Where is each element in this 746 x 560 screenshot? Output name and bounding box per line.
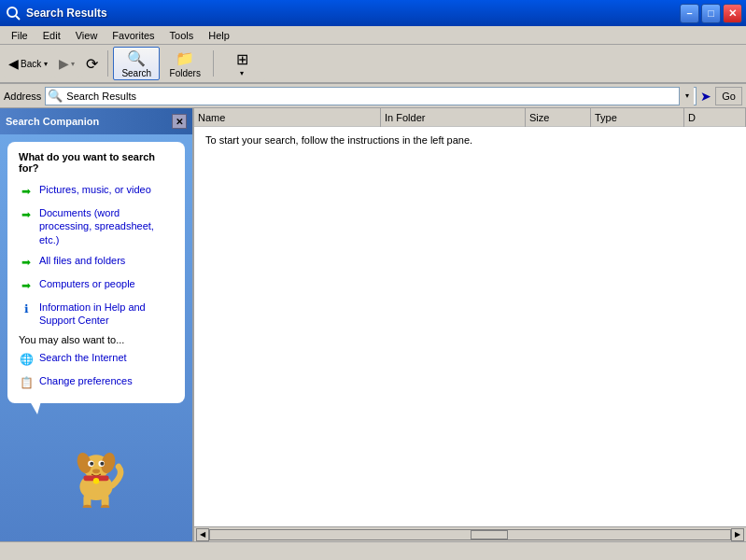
address-input[interactable] xyxy=(66,91,675,102)
search-allfiles-item[interactable]: ➡ All files and folders xyxy=(19,254,174,270)
also-section: You may also want to... 🌐 Search the Int… xyxy=(19,334,174,390)
scrollbar-left-arrow[interactable]: ◀ xyxy=(196,528,209,541)
search-button[interactable]: 🔍 Search xyxy=(113,47,160,80)
svg-line-1 xyxy=(16,16,20,20)
right-pane: Name In Folder Size Type D To start your… xyxy=(194,108,746,541)
back-button[interactable]: ◀ Back ▾ xyxy=(4,49,52,78)
back-dropdown-icon: ▾ xyxy=(44,60,48,68)
title-icon xyxy=(6,6,21,21)
search-help-item[interactable]: ℹ Information in Help and Support Center xyxy=(19,301,174,328)
search-pictures-item[interactable]: ➡ Pictures, music, or video xyxy=(19,183,174,199)
left-pane: Search Companion ✕ What do you want to s… xyxy=(0,108,194,541)
pictures-arrow-icon: ➡ xyxy=(19,184,34,199)
search-companion-header: Search Companion ✕ xyxy=(0,108,192,134)
minimize-button[interactable]: – xyxy=(680,4,699,23)
column-name[interactable]: Name xyxy=(194,108,381,127)
address-folder-icon: 🔍 xyxy=(48,89,63,103)
scrollbar-track[interactable] xyxy=(209,529,731,540)
documents-arrow-icon: ➡ xyxy=(19,207,34,222)
help-icon: ℹ xyxy=(19,301,34,316)
folders-icon: 📁 xyxy=(176,49,194,67)
address-go-arrow[interactable]: ➤ xyxy=(700,89,711,104)
help-item-text: Information in Help and Support Center xyxy=(39,301,174,328)
toolbar: ◀ Back ▾ ▶ ▾ ⟳ 🔍 Search 📁 Folders ⊞ ▾ xyxy=(0,45,746,84)
go-button[interactable]: Go xyxy=(715,87,742,105)
column-type[interactable]: Type xyxy=(591,108,684,127)
also-label: You may also want to... xyxy=(19,334,174,345)
column-in-folder[interactable]: In Folder xyxy=(381,108,526,127)
preferences-icon: 📋 xyxy=(19,375,34,390)
main-area: Search Companion ✕ What do you want to s… xyxy=(0,108,746,541)
allfiles-item-text: All files and folders xyxy=(39,254,125,267)
column-date[interactable]: D xyxy=(684,108,746,127)
search-companion-close[interactable]: ✕ xyxy=(172,114,187,129)
search-companion-title: Search Companion xyxy=(6,116,99,127)
close-button[interactable]: ✕ xyxy=(723,4,742,23)
svg-point-10 xyxy=(92,469,100,473)
menu-edit[interactable]: Edit xyxy=(35,29,68,42)
menu-favorites[interactable]: Favorites xyxy=(105,29,162,42)
bubble-title: What do you want to search for? xyxy=(19,151,174,174)
window-controls: – □ ✕ xyxy=(680,4,742,23)
change-preferences-item[interactable]: 📋 Change preferences xyxy=(19,374,174,390)
views-button[interactable]: ⊞ ▾ xyxy=(218,47,265,80)
documents-item-text: Documents (word processing, spreadsheet,… xyxy=(39,206,174,246)
search-computers-item[interactable]: ➡ Computers or people xyxy=(19,277,174,293)
maximize-button[interactable]: □ xyxy=(701,4,721,23)
pictures-item-text: Pictures, music, or video xyxy=(39,183,151,196)
dog-area xyxy=(0,426,192,515)
results-hint: To start your search, follow the instruc… xyxy=(205,134,472,146)
allfiles-arrow-icon: ➡ xyxy=(19,255,34,270)
toolbar-separator-2 xyxy=(213,50,214,77)
svg-point-9 xyxy=(100,462,104,466)
search-documents-item[interactable]: ➡ Documents (word processing, spreadshee… xyxy=(19,206,174,246)
back-arrow-icon: ◀ xyxy=(8,56,19,71)
address-bar: Address 🔍 ▾ ➤ Go xyxy=(0,84,746,108)
svg-point-8 xyxy=(90,462,93,466)
column-headers: Name In Folder Size Type D xyxy=(194,108,746,127)
svg-point-12 xyxy=(93,478,99,483)
forward-arrow-icon: ▶ xyxy=(59,56,69,71)
address-dropdown-button[interactable]: ▾ xyxy=(679,87,694,105)
menu-help[interactable]: Help xyxy=(201,29,237,42)
toolbar-separator-1 xyxy=(107,50,108,77)
results-area: To start your search, follow the instruc… xyxy=(194,127,746,526)
views-icon: ⊞ xyxy=(236,50,248,68)
internet-item-text: Search the Internet xyxy=(39,351,127,364)
computers-arrow-icon: ➡ xyxy=(19,278,34,293)
menu-view[interactable]: View xyxy=(68,29,106,42)
views-dropdown-icon: ▾ xyxy=(240,69,244,77)
search-internet-item[interactable]: 🌐 Search the Internet xyxy=(19,351,174,367)
address-input-wrapper[interactable]: 🔍 ▾ xyxy=(45,87,697,105)
speech-bubble: What do you want to search for? ➡ Pictur… xyxy=(7,142,185,403)
scrollbar-right-arrow[interactable]: ▶ xyxy=(731,528,744,541)
forward-dropdown-icon: ▾ xyxy=(71,60,75,68)
scrollbar-thumb[interactable] xyxy=(471,530,508,539)
forward-button[interactable]: ▶ ▾ xyxy=(54,49,79,78)
address-label: Address xyxy=(4,91,41,102)
column-size[interactable]: Size xyxy=(526,108,591,127)
dog-mascot xyxy=(59,433,134,508)
preferences-item-text: Change preferences xyxy=(39,374,133,387)
title-bar: Search Results – □ ✕ xyxy=(0,0,746,26)
menu-bar: File Edit View Favorites Tools Help xyxy=(0,26,746,45)
window-title: Search Results xyxy=(26,7,107,20)
refresh-icon: ⟳ xyxy=(86,55,98,73)
computers-item-text: Computers or people xyxy=(39,277,135,290)
svg-point-0 xyxy=(7,7,17,17)
horizontal-scrollbar[interactable]: ◀ ▶ xyxy=(194,526,746,541)
menu-file[interactable]: File xyxy=(4,29,35,42)
refresh-button[interactable]: ⟳ xyxy=(81,49,103,78)
status-bar xyxy=(0,541,746,560)
internet-icon: 🌐 xyxy=(19,352,34,367)
search-icon: 🔍 xyxy=(127,49,146,67)
folders-button[interactable]: 📁 Folders xyxy=(162,47,208,80)
menu-tools[interactable]: Tools xyxy=(162,29,202,42)
